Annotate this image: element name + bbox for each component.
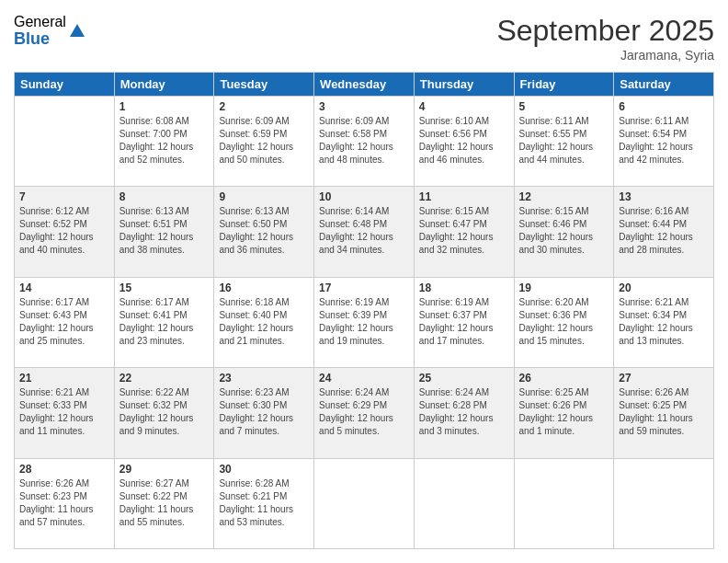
subtitle: Jaramana, Syria — [496, 48, 714, 63]
col-sunday: Sunday — [15, 73, 115, 97]
day-number: 7 — [19, 190, 109, 203]
cell-content: Sunrise: 6:16 AMSunset: 6:44 PMDaylight:… — [619, 205, 709, 257]
day-number: 28 — [19, 463, 109, 476]
cell-content: Sunrise: 6:17 AMSunset: 6:43 PMDaylight:… — [19, 296, 109, 348]
cell-content: Sunrise: 6:19 AMSunset: 6:39 PMDaylight:… — [319, 296, 409, 348]
cell-content: Sunrise: 6:15 AMSunset: 6:46 PMDaylight:… — [519, 205, 609, 257]
cell-content: Sunrise: 6:26 AMSunset: 6:23 PMDaylight:… — [19, 477, 109, 529]
cell-content: Sunrise: 6:09 AMSunset: 6:59 PMDaylight:… — [219, 115, 309, 167]
cell-content: Sunrise: 6:10 AMSunset: 6:56 PMDaylight:… — [419, 115, 509, 167]
day-number: 14 — [19, 282, 109, 294]
day-number: 23 — [219, 372, 309, 385]
logo-icon — [68, 22, 86, 40]
col-saturday: Saturday — [614, 73, 714, 97]
calendar: Sunday Monday Tuesday Wednesday Thursday… — [14, 72, 714, 549]
logo: General Blue — [14, 14, 86, 48]
table-row: 11Sunrise: 6:15 AMSunset: 6:47 PMDayligh… — [414, 187, 514, 277]
cell-content: Sunrise: 6:20 AMSunset: 6:36 PMDaylight:… — [519, 296, 609, 348]
table-row: 15Sunrise: 6:17 AMSunset: 6:41 PMDayligh… — [114, 277, 214, 367]
calendar-week-row: 21Sunrise: 6:21 AMSunset: 6:33 PMDayligh… — [15, 368, 714, 458]
table-row: 7Sunrise: 6:12 AMSunset: 6:52 PMDaylight… — [15, 187, 115, 277]
table-row: 1Sunrise: 6:08 AMSunset: 7:00 PMDaylight… — [114, 97, 214, 187]
table-row: 17Sunrise: 6:19 AMSunset: 6:39 PMDayligh… — [314, 277, 415, 367]
table-row: 16Sunrise: 6:18 AMSunset: 6:40 PMDayligh… — [214, 277, 314, 367]
day-number: 25 — [419, 372, 509, 385]
table-row — [15, 97, 115, 187]
calendar-week-row: 28Sunrise: 6:26 AMSunset: 6:23 PMDayligh… — [15, 458, 714, 548]
table-row — [614, 458, 714, 548]
calendar-header-row: Sunday Monday Tuesday Wednesday Thursday… — [15, 73, 714, 97]
calendar-week-row: 7Sunrise: 6:12 AMSunset: 6:52 PMDaylight… — [15, 187, 714, 277]
day-number: 16 — [219, 282, 309, 294]
cell-content: Sunrise: 6:11 AMSunset: 6:54 PMDaylight:… — [619, 115, 709, 167]
table-row: 14Sunrise: 6:17 AMSunset: 6:43 PMDayligh… — [15, 277, 115, 367]
col-wednesday: Wednesday — [314, 73, 415, 97]
day-number: 6 — [619, 100, 709, 113]
cell-content: Sunrise: 6:23 AMSunset: 6:30 PMDaylight:… — [219, 386, 309, 438]
table-row: 3Sunrise: 6:09 AMSunset: 6:58 PMDaylight… — [314, 97, 415, 187]
day-number: 10 — [319, 190, 409, 203]
calendar-week-row: 14Sunrise: 6:17 AMSunset: 6:43 PMDayligh… — [15, 277, 714, 367]
day-number: 22 — [119, 372, 210, 385]
table-row: 2Sunrise: 6:09 AMSunset: 6:59 PMDaylight… — [214, 97, 314, 187]
col-tuesday: Tuesday — [214, 73, 314, 97]
table-row — [314, 458, 415, 548]
table-row: 8Sunrise: 6:13 AMSunset: 6:51 PMDaylight… — [114, 187, 214, 277]
cell-content: Sunrise: 6:24 AMSunset: 6:28 PMDaylight:… — [419, 386, 509, 438]
day-number: 17 — [319, 282, 409, 294]
table-row: 30Sunrise: 6:28 AMSunset: 6:21 PMDayligh… — [214, 458, 314, 548]
cell-content: Sunrise: 6:21 AMSunset: 6:34 PMDaylight:… — [619, 296, 709, 348]
day-number: 19 — [519, 282, 609, 294]
table-row — [514, 458, 614, 548]
cell-content: Sunrise: 6:25 AMSunset: 6:26 PMDaylight:… — [519, 386, 609, 438]
day-number: 26 — [519, 372, 609, 385]
table-row: 22Sunrise: 6:22 AMSunset: 6:32 PMDayligh… — [114, 368, 214, 458]
table-row: 19Sunrise: 6:20 AMSunset: 6:36 PMDayligh… — [514, 277, 614, 367]
table-row: 29Sunrise: 6:27 AMSunset: 6:22 PMDayligh… — [114, 458, 214, 548]
day-number: 9 — [219, 190, 309, 203]
cell-content: Sunrise: 6:17 AMSunset: 6:41 PMDaylight:… — [119, 296, 210, 348]
day-number: 18 — [419, 282, 509, 294]
month-title: September 2025 — [496, 14, 714, 48]
day-number: 15 — [119, 282, 210, 294]
title-area: September 2025 Jaramana, Syria — [496, 14, 714, 63]
cell-content: Sunrise: 6:27 AMSunset: 6:22 PMDaylight:… — [119, 477, 210, 529]
logo-text: General Blue — [14, 14, 66, 48]
cell-content: Sunrise: 6:24 AMSunset: 6:29 PMDaylight:… — [319, 386, 409, 438]
cell-content: Sunrise: 6:09 AMSunset: 6:58 PMDaylight:… — [319, 115, 409, 167]
day-number: 11 — [419, 190, 509, 203]
table-row: 20Sunrise: 6:21 AMSunset: 6:34 PMDayligh… — [614, 277, 714, 367]
cell-content: Sunrise: 6:26 AMSunset: 6:25 PMDaylight:… — [619, 386, 709, 438]
table-row: 6Sunrise: 6:11 AMSunset: 6:54 PMDaylight… — [614, 97, 714, 187]
day-number: 1 — [119, 100, 210, 113]
cell-content: Sunrise: 6:19 AMSunset: 6:37 PMDaylight:… — [419, 296, 509, 348]
col-monday: Monday — [114, 73, 214, 97]
table-row: 4Sunrise: 6:10 AMSunset: 6:56 PMDaylight… — [414, 97, 514, 187]
day-number: 12 — [519, 190, 609, 203]
day-number: 13 — [619, 190, 709, 203]
day-number: 2 — [219, 100, 309, 113]
col-thursday: Thursday — [414, 73, 514, 97]
day-number: 4 — [419, 100, 509, 113]
table-row: 12Sunrise: 6:15 AMSunset: 6:46 PMDayligh… — [514, 187, 614, 277]
cell-content: Sunrise: 6:12 AMSunset: 6:52 PMDaylight:… — [19, 205, 109, 257]
day-number: 30 — [219, 463, 309, 476]
table-row: 13Sunrise: 6:16 AMSunset: 6:44 PMDayligh… — [614, 187, 714, 277]
table-row: 25Sunrise: 6:24 AMSunset: 6:28 PMDayligh… — [414, 368, 514, 458]
cell-content: Sunrise: 6:21 AMSunset: 6:33 PMDaylight:… — [19, 386, 109, 438]
cell-content: Sunrise: 6:14 AMSunset: 6:48 PMDaylight:… — [319, 205, 409, 257]
cell-content: Sunrise: 6:08 AMSunset: 7:00 PMDaylight:… — [119, 115, 210, 167]
cell-content: Sunrise: 6:15 AMSunset: 6:47 PMDaylight:… — [419, 205, 509, 257]
cell-content: Sunrise: 6:13 AMSunset: 6:51 PMDaylight:… — [119, 205, 210, 257]
cell-content: Sunrise: 6:13 AMSunset: 6:50 PMDaylight:… — [219, 205, 309, 257]
day-number: 20 — [619, 282, 709, 294]
cell-content: Sunrise: 6:18 AMSunset: 6:40 PMDaylight:… — [219, 296, 309, 348]
table-row: 18Sunrise: 6:19 AMSunset: 6:37 PMDayligh… — [414, 277, 514, 367]
table-row: 21Sunrise: 6:21 AMSunset: 6:33 PMDayligh… — [15, 368, 115, 458]
day-number: 3 — [319, 100, 409, 113]
page: General Blue September 2025 Jaramana, Sy… — [0, 0, 728, 563]
day-number: 21 — [19, 372, 109, 385]
logo-general: General — [14, 14, 66, 30]
logo-blue: Blue — [14, 30, 66, 49]
svg-marker-0 — [70, 24, 85, 37]
